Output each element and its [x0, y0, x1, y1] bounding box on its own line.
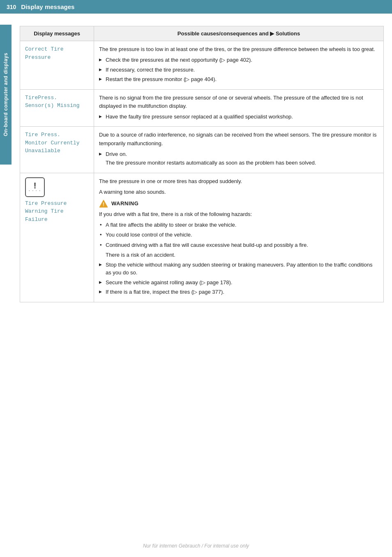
action-bullets: Stop the vehicle without making any sudd…: [99, 261, 378, 296]
tire-pressure-warning-icon: ! · · · ·: [25, 177, 45, 197]
desc-bullet: If necessary, correct the tire pressure.: [99, 66, 378, 74]
warning-label-text: WARNING: [111, 200, 138, 208]
desc-intro: There is no signal from the tire pressur…: [99, 94, 378, 110]
desc-bullet: Have the faulty tire pressure sensor rep…: [99, 113, 378, 121]
action-bullet: If there is a flat tire, inspect the tir…: [99, 288, 378, 296]
plain-bullet: Continued driving with a flat tire will …: [99, 241, 378, 249]
display-messages-table: Display messages Possible causes/consequ…: [20, 26, 384, 302]
warning-triangle-svg: !: [99, 200, 108, 208]
desc-bullets: Have the faulty tire pressure sensor rep…: [99, 113, 378, 121]
desc-bullet: Drive on. The tire pressure monitor rest…: [99, 150, 378, 167]
display-message-text: Tire Press.Monitor CurrentlyUnavailable: [25, 132, 80, 154]
table-row: Correct TirePressure The tire pressure i…: [20, 41, 384, 90]
description-cell: Due to a source of radio interference, n…: [94, 127, 384, 173]
desc-intro: The tire pressure is too low in at least…: [99, 45, 378, 53]
page-header: 310 Display messages: [0, 0, 392, 14]
icon-cell: ! · · · · Tire PressureWarning TireFailu…: [25, 177, 89, 224]
svg-text:!: !: [103, 202, 104, 207]
plain-bullet: You could lose control of the vehicle.: [99, 231, 378, 239]
desc-intro: Due to a source of radio interference, n…: [99, 131, 378, 147]
warning-tone: A warning tone also sounds.: [99, 188, 378, 196]
plain-bullets: A flat tire affects the ability to steer…: [99, 221, 378, 259]
desc-bullets: Check the tire pressures at the next opp…: [99, 56, 378, 84]
action-bullet: Secure the vehicle against rolling away …: [99, 278, 378, 287]
table-row: TirePress.Sensor(s) Missing There is no …: [20, 89, 384, 127]
display-msg-cell: Correct TirePressure: [20, 41, 94, 90]
dots-row: · · · ·: [29, 189, 41, 193]
exclaim-mark: !: [34, 181, 37, 190]
col2-header: Possible causes/consequences and ▶ Solut…: [94, 26, 384, 41]
fire-note: There is a risk of an accident.: [99, 251, 378, 259]
description-content: Due to a source of radio interference, n…: [99, 131, 378, 167]
table-header-row: Display messages Possible causes/consequ…: [20, 26, 384, 41]
col1-header: Display messages: [20, 26, 94, 41]
desc-bullets: Drive on. The tire pressure monitor rest…: [99, 150, 378, 167]
plain-bullet: A flat tire affects the ability to steer…: [99, 221, 378, 229]
sidebar-label-container: On-board computer and displays: [0, 25, 12, 165]
display-message-text: Correct TirePressure: [25, 46, 64, 60]
description-content: The tire pressure in one or more tires h…: [99, 177, 378, 296]
description-cell: The tire pressure in one or more tires h…: [94, 173, 384, 302]
description-cell: The tire pressure is too low in at least…: [94, 41, 384, 90]
sidebar-label: On-board computer and displays: [3, 53, 9, 136]
display-message-text: TirePress.Sensor(s) Missing: [25, 95, 80, 109]
display-msg-cell: TirePress.Sensor(s) Missing: [20, 89, 94, 127]
page-footer: Nur für internen Gebrauch / For internal…: [0, 543, 392, 549]
table-row: Tire Press.Monitor CurrentlyUnavailable …: [20, 127, 384, 173]
description-cell: There is no signal from the tire pressur…: [94, 89, 384, 127]
icon-inner: ! · · · ·: [29, 181, 41, 193]
desc-bullet: Check the tire pressures at the next opp…: [99, 56, 378, 64]
footer-text: Nur für internen Gebrauch / For internal…: [143, 543, 249, 549]
description-content: The tire pressure is too low in at least…: [99, 45, 378, 84]
desc-bullet: Restart the tire pressure monitor (▷ pag…: [99, 75, 378, 84]
warning-triangle-icon: !: [99, 200, 108, 208]
description-content: There is no signal from the tire pressur…: [99, 94, 378, 121]
drive-on-note: The tire pressure monitor restarts autom…: [106, 159, 378, 167]
table-row: ! · · · · Tire PressureWarning TireFailu…: [20, 173, 384, 302]
display-message-text: Tire PressureWarning TireFailure: [25, 200, 67, 224]
action-bullet: Stop the vehicle without making any sudd…: [99, 261, 378, 277]
display-msg-cell: ! · · · · Tire PressureWarning TireFailu…: [20, 173, 94, 302]
warning-box: ! WARNING: [99, 200, 378, 208]
page-number: 310: [7, 4, 16, 10]
display-msg-cell: Tire Press.Monitor CurrentlyUnavailable: [20, 127, 94, 173]
warning-intro: If you drive with a flat tire, there is …: [99, 210, 378, 218]
main-content: Display messages Possible causes/consequ…: [12, 14, 392, 319]
desc-intro: The tire pressure in one or more tires h…: [99, 177, 378, 186]
page-title: Display messages: [21, 3, 74, 10]
